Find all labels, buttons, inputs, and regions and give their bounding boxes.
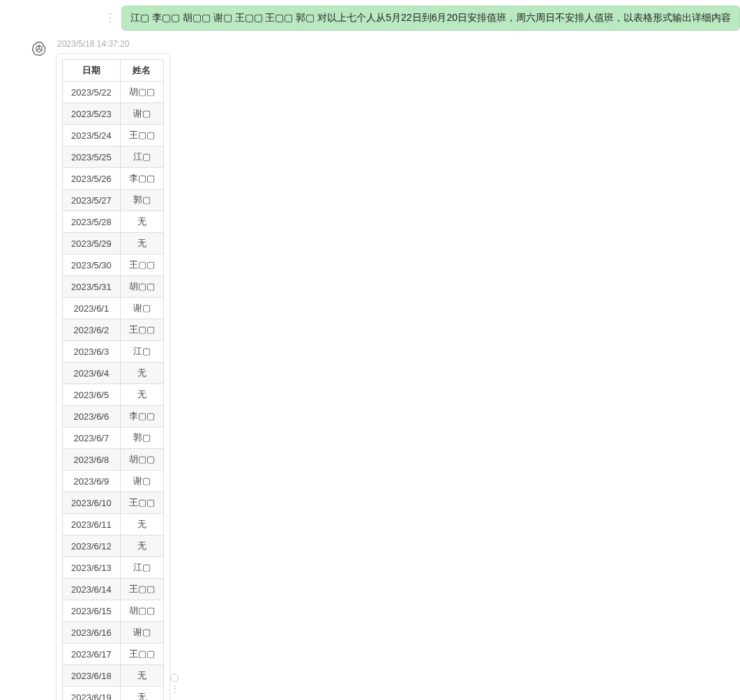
cell-name: 无 bbox=[120, 384, 163, 406]
cell-name: 胡▢▢ bbox=[120, 600, 163, 622]
cell-name: 无 bbox=[120, 665, 163, 687]
cell-date: 2023/5/23 bbox=[63, 103, 121, 125]
table-row: 2023/5/25江▢ bbox=[63, 146, 164, 168]
cell-name: 胡▢▢ bbox=[120, 276, 163, 298]
table-row: 2023/6/2王▢▢ bbox=[63, 319, 164, 341]
cell-date: 2023/5/24 bbox=[63, 125, 121, 146]
cell-date: 2023/6/11 bbox=[63, 514, 121, 535]
assistant-bubble[interactable]: 日期 姓名 2023/5/22胡▢▢2023/5/23谢▢2023/5/24王▢… bbox=[56, 53, 170, 700]
table-row: 2023/6/3江▢ bbox=[63, 341, 164, 363]
table-row: 2023/6/18无 bbox=[63, 665, 164, 687]
table-row: 2023/5/31胡▢▢ bbox=[63, 276, 164, 298]
cell-date: 2023/6/9 bbox=[63, 471, 121, 492]
cell-date: 2023/5/27 bbox=[63, 190, 121, 211]
table-row: 2023/6/4无 bbox=[63, 363, 164, 384]
cell-name: 谢▢ bbox=[120, 103, 163, 125]
bubble-actions[interactable]: ⋮ bbox=[170, 674, 180, 692]
cell-name: 郭▢ bbox=[120, 190, 163, 211]
cell-name: 王▢▢ bbox=[120, 644, 163, 665]
cell-date: 2023/5/30 bbox=[63, 254, 121, 276]
cell-name: 江▢ bbox=[120, 557, 163, 579]
cell-date: 2023/6/5 bbox=[63, 384, 121, 406]
cell-date: 2023/6/12 bbox=[63, 535, 121, 557]
cell-date: 2023/6/17 bbox=[63, 644, 121, 665]
cell-date: 2023/6/19 bbox=[63, 687, 121, 701]
table-row: 2023/5/28无 bbox=[63, 211, 164, 233]
cell-name: 江▢ bbox=[120, 341, 163, 363]
cell-name: 江▢ bbox=[120, 146, 163, 168]
cell-name: 郭▢ bbox=[120, 427, 163, 449]
cell-name: 无 bbox=[120, 363, 163, 384]
assistant-message-row: 2023/5/18 14:37:20 日期 姓名 2023/5/22胡▢▢202… bbox=[31, 39, 170, 700]
table-row: 2023/6/10王▢▢ bbox=[63, 492, 164, 514]
more-dots-icon[interactable]: ⋮ bbox=[170, 686, 180, 692]
cell-name: 李▢▢ bbox=[120, 406, 163, 427]
user-message-row: ⋮ 江▢ 李▢▢ 胡▢▢ 谢▢ 王▢▢ 王▢▢ 郭▢ 对以上七个人从5月22日到… bbox=[105, 6, 740, 31]
cell-date: 2023/5/26 bbox=[63, 168, 121, 190]
table-row: 2023/6/12无 bbox=[63, 535, 164, 557]
cell-date: 2023/6/3 bbox=[63, 341, 121, 363]
openai-logo-icon bbox=[31, 40, 47, 57]
user-message-bubble[interactable]: 江▢ 李▢▢ 胡▢▢ 谢▢ 王▢▢ 王▢▢ 郭▢ 对以上七个人从5月22日到6月… bbox=[121, 6, 740, 31]
table-row: 2023/5/23谢▢ bbox=[63, 103, 164, 125]
cell-date: 2023/6/13 bbox=[63, 557, 121, 579]
user-message-text: 江▢ 李▢▢ 胡▢▢ 谢▢ 王▢▢ 王▢▢ 郭▢ 对以上七个人从5月22日到6月… bbox=[130, 12, 731, 23]
cell-date: 2023/6/10 bbox=[63, 492, 121, 514]
cell-name: 谢▢ bbox=[120, 471, 163, 492]
table-row: 2023/6/19无 bbox=[63, 687, 164, 701]
assistant-content: 2023/5/18 14:37:20 日期 姓名 2023/5/22胡▢▢202… bbox=[56, 39, 170, 700]
cell-name: 王▢▢ bbox=[120, 492, 163, 514]
cell-date: 2023/6/6 bbox=[63, 406, 121, 427]
table-row: 2023/6/17王▢▢ bbox=[63, 644, 164, 665]
cell-date: 2023/6/15 bbox=[63, 600, 121, 622]
cell-date: 2023/5/22 bbox=[63, 82, 121, 103]
table-row: 2023/6/16谢▢ bbox=[63, 622, 164, 644]
action-circle-icon[interactable] bbox=[170, 674, 179, 682]
table-row: 2023/5/22胡▢▢ bbox=[63, 82, 164, 103]
table-row: 2023/6/6李▢▢ bbox=[63, 406, 164, 427]
cell-name: 胡▢▢ bbox=[120, 82, 163, 103]
table-row: 2023/5/26李▢▢ bbox=[63, 168, 164, 190]
cell-date: 2023/5/28 bbox=[63, 211, 121, 233]
header-date: 日期 bbox=[63, 60, 121, 82]
table-row: 2023/6/14王▢▢ bbox=[63, 579, 164, 600]
cell-date: 2023/6/8 bbox=[63, 449, 121, 471]
cell-date: 2023/6/14 bbox=[63, 579, 121, 600]
table-row: 2023/5/27郭▢ bbox=[63, 190, 164, 211]
cell-date: 2023/6/1 bbox=[63, 298, 121, 319]
cell-date: 2023/5/25 bbox=[63, 146, 121, 168]
table-row: 2023/6/13江▢ bbox=[63, 557, 164, 579]
header-name: 姓名 bbox=[120, 60, 163, 82]
table-row: 2023/6/8胡▢▢ bbox=[63, 449, 164, 471]
table-header-row: 日期 姓名 bbox=[63, 60, 164, 82]
cell-name: 无 bbox=[120, 211, 163, 233]
cell-name: 无 bbox=[120, 233, 163, 254]
cell-name: 王▢▢ bbox=[120, 125, 163, 146]
table-row: 2023/6/5无 bbox=[63, 384, 164, 406]
cell-date: 2023/6/4 bbox=[63, 363, 121, 384]
table-row: 2023/6/1谢▢ bbox=[63, 298, 164, 319]
cell-name: 谢▢ bbox=[120, 622, 163, 644]
cell-date: 2023/5/31 bbox=[63, 276, 121, 298]
table-row: 2023/6/15胡▢▢ bbox=[63, 600, 164, 622]
table-row: 2023/6/9谢▢ bbox=[63, 471, 164, 492]
cell-date: 2023/5/29 bbox=[63, 233, 121, 254]
assistant-timestamp: 2023/5/18 14:37:20 bbox=[57, 39, 170, 49]
cell-name: 无 bbox=[120, 687, 163, 701]
cell-date: 2023/6/2 bbox=[63, 319, 121, 341]
table-row: 2023/6/11无 bbox=[63, 514, 164, 535]
table-row: 2023/6/7郭▢ bbox=[63, 427, 164, 449]
cell-date: 2023/6/7 bbox=[63, 427, 121, 449]
cell-name: 谢▢ bbox=[120, 298, 163, 319]
cell-name: 李▢▢ bbox=[120, 168, 163, 190]
more-dots-icon[interactable]: ⋮ bbox=[105, 13, 116, 24]
cell-date: 2023/6/16 bbox=[63, 622, 121, 644]
cell-name: 无 bbox=[120, 535, 163, 557]
cell-name: 王▢▢ bbox=[120, 319, 163, 341]
schedule-table: 日期 姓名 2023/5/22胡▢▢2023/5/23谢▢2023/5/24王▢… bbox=[62, 59, 164, 700]
cell-name: 王▢▢ bbox=[120, 254, 163, 276]
cell-date: 2023/6/18 bbox=[63, 665, 121, 687]
cell-name: 王▢▢ bbox=[120, 579, 163, 600]
table-row: 2023/5/29无 bbox=[63, 233, 164, 254]
table-row: 2023/5/24王▢▢ bbox=[63, 125, 164, 146]
